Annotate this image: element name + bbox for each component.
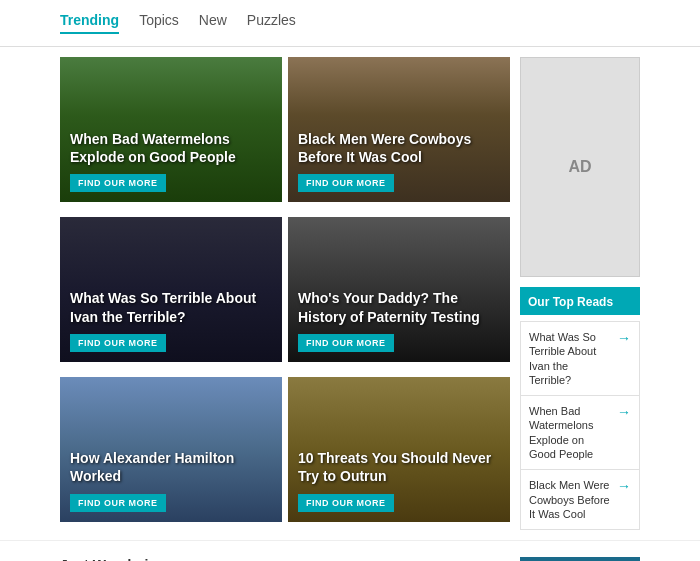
article-card-watermelon[interactable]: When Bad Watermelons Explode on Good Peo… (60, 57, 282, 211)
nav-item-new[interactable]: New (199, 12, 227, 34)
article-card-cowboys[interactable]: Black Men Were Cowboys Before It Was Coo… (288, 57, 510, 211)
card-bg-daddy: Who's Your Daddy? The History of Paterni… (288, 217, 510, 362)
top-reads-item-0[interactable]: What Was So Terrible About Ivan the Terr… (521, 322, 639, 396)
card-title-daddy: Who's Your Daddy? The History of Paterni… (298, 289, 500, 325)
arrow-icon-0: → (617, 330, 631, 346)
article-card-hamilton[interactable]: How Alexander Hamilton Worked FIND OUR M… (60, 377, 282, 531)
top-reads-item-text-1: When Bad Watermelons Explode on Good Peo… (529, 404, 613, 461)
find-btn-hamilton[interactable]: FIND OUR MORE (70, 494, 166, 512)
article-card-daddy[interactable]: Who's Your Daddy? The History of Paterni… (288, 217, 510, 371)
card-title-hamilton: How Alexander Hamilton Worked (70, 449, 272, 485)
top-reads-item-1[interactable]: When Bad Watermelons Explode on Good Peo… (521, 396, 639, 470)
main-content: When Bad Watermelons Explode on Good Peo… (0, 47, 700, 540)
nav-item-topics[interactable]: Topics (139, 12, 179, 34)
article-card-threats[interactable]: 10 Threats You Should Never Try to Outru… (288, 377, 510, 531)
just-wondering-title: Just Wondering (60, 557, 510, 561)
article-card-ivan[interactable]: What Was So Terrible About Ivan the Terr… (60, 217, 282, 371)
sidebar: AD Our Top Reads What Was So Terrible Ab… (520, 57, 640, 530)
find-btn-watermelon[interactable]: FIND OUR MORE (70, 174, 166, 192)
top-reads-item-text-0: What Was So Terrible About Ivan the Terr… (529, 330, 613, 387)
find-btn-ivan[interactable]: FIND OUR MORE (70, 334, 166, 352)
nav-item-puzzles[interactable]: Puzzles (247, 12, 296, 34)
card-bg-threats: 10 Threats You Should Never Try to Outru… (288, 377, 510, 522)
find-btn-threats[interactable]: FIND OUR MORE (298, 494, 394, 512)
find-btn-daddy[interactable]: FIND OUR MORE (298, 334, 394, 352)
footer-section: Just Wondering Lorem ipsum dolor sit ame… (0, 540, 700, 561)
just-wondering: Just Wondering Lorem ipsum dolor sit ame… (60, 557, 510, 561)
nav-item-trending[interactable]: Trending (60, 12, 119, 34)
top-reads-title: Our Top Reads (528, 295, 613, 309)
nav-bar: Trending Topics New Puzzles (0, 0, 700, 47)
card-bg-cowboys: Black Men Were Cowboys Before It Was Coo… (288, 57, 510, 202)
arrow-icon-1: → (617, 404, 631, 420)
card-title-watermelon: When Bad Watermelons Explode on Good Peo… (70, 130, 272, 166)
top-reads-header: Our Top Reads (520, 287, 640, 315)
explore-random-button[interactable]: Explore Random Topics (520, 557, 640, 561)
article-grid: When Bad Watermelons Explode on Good Peo… (60, 57, 510, 530)
top-reads-list: What Was So Terrible About Ivan the Terr… (520, 321, 640, 530)
arrow-icon-2: → (617, 478, 631, 494)
card-title-threats: 10 Threats You Should Never Try to Outru… (298, 449, 500, 485)
card-bg-watermelon: When Bad Watermelons Explode on Good Peo… (60, 57, 282, 202)
find-btn-cowboys[interactable]: FIND OUR MORE (298, 174, 394, 192)
card-bg-ivan: What Was So Terrible About Ivan the Terr… (60, 217, 282, 362)
page-wrapper: Trending Topics New Puzzles When Bad Wat… (0, 0, 700, 561)
card-title-cowboys: Black Men Were Cowboys Before It Was Coo… (298, 130, 500, 166)
card-title-ivan: What Was So Terrible About Ivan the Terr… (70, 289, 272, 325)
top-reads-item-text-2: Black Men Were Cowboys Before It Was Coo… (529, 478, 613, 521)
ad-box: AD (520, 57, 640, 277)
top-reads-item-2[interactable]: Black Men Were Cowboys Before It Was Coo… (521, 470, 639, 529)
card-bg-hamilton: How Alexander Hamilton Worked FIND OUR M… (60, 377, 282, 522)
